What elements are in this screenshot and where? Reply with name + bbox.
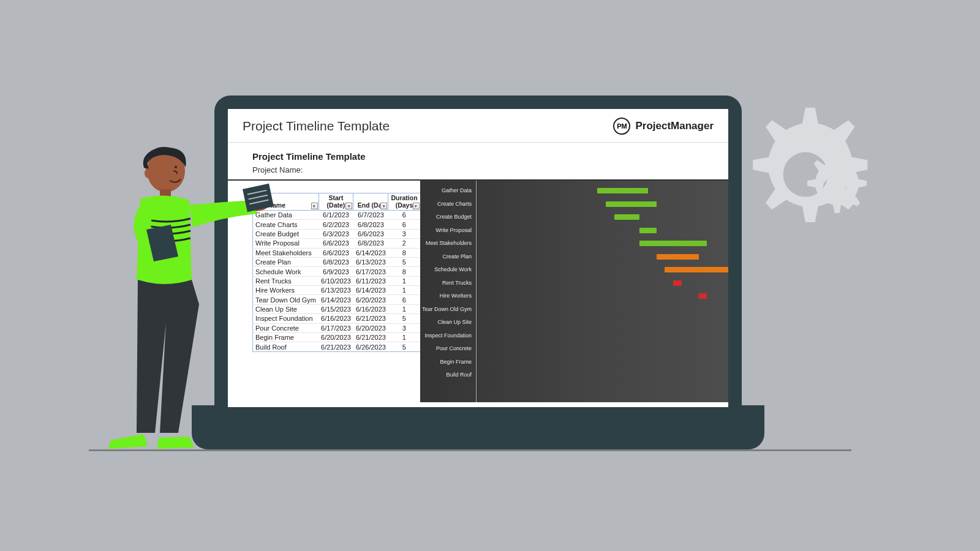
gantt-row-label: Inspect Foundation <box>420 333 474 339</box>
cell-start: 6/1/2023 <box>318 211 353 220</box>
cell-end: 6/6/2023 <box>353 229 388 238</box>
gantt-bar[interactable] <box>639 228 657 233</box>
col-end-date[interactable]: End (Dat ▾ <box>353 193 388 211</box>
document-header: Project Timeline Template PM ProjectMana… <box>228 109 728 143</box>
gantt-row: Tear Down Old Gym <box>420 303 728 316</box>
cell-duration: 6 <box>388 211 420 220</box>
cell-end: 6/20/2023 <box>353 295 388 304</box>
svg-point-1 <box>145 168 152 178</box>
cell-start: 6/21/2023 <box>318 342 353 351</box>
cell-duration: 6 <box>388 220 420 229</box>
cell-duration: 8 <box>388 248 420 257</box>
chevron-down-icon[interactable]: ▾ <box>311 203 318 209</box>
gantt-row: Write Proposal <box>420 224 728 237</box>
brand-name: ProjectManager <box>635 120 714 132</box>
gantt-bar[interactable] <box>699 293 707 299</box>
gantt-row: Pour Concrete <box>420 342 728 355</box>
gantt-row: Begin Frame <box>420 356 728 369</box>
cell-end: 6/8/2023 <box>353 220 388 229</box>
col-duration[interactable]: Duration(Days ▾ <box>388 193 420 211</box>
cell-start: 6/3/2023 <box>318 229 353 238</box>
gantt-bar[interactable] <box>614 214 639 220</box>
gantt-bar[interactable] <box>673 280 682 286</box>
gantt-row-label: Begin Frame <box>420 359 474 365</box>
gantt-row: Schedule Work <box>420 263 728 276</box>
cell-start: 6/15/2023 <box>318 304 353 313</box>
cell-duration: 1 <box>388 304 420 313</box>
gantt-bar[interactable] <box>639 241 707 246</box>
person-illustration <box>106 146 281 451</box>
cell-start: 6/2/2023 <box>318 220 353 229</box>
gantt-bar[interactable] <box>606 201 657 207</box>
cell-end: 6/11/2023 <box>353 276 388 285</box>
gantt-row: Build Roof <box>420 369 728 381</box>
svg-point-2 <box>175 166 177 168</box>
gantt-row-label: Tear Down Old Gym <box>420 307 474 312</box>
col-start-date[interactable]: Start(Date) ▾ <box>318 193 353 211</box>
gantt-row: Gather Data <box>420 184 728 197</box>
cell-duration: 5 <box>388 314 420 323</box>
cell-end: 6/17/2023 <box>353 267 388 276</box>
cell-end: 6/8/2023 <box>353 239 388 248</box>
cell-start: 6/10/2023 <box>318 276 353 285</box>
cell-duration: 6 <box>388 295 420 304</box>
gantt-row-label: Write Proposal <box>420 228 474 233</box>
gantt-row: Create Plan <box>420 250 728 263</box>
gantt-row-label: Schedule Work <box>420 267 474 272</box>
cell-end: 6/20/2023 <box>353 323 388 332</box>
cell-end: 6/21/2023 <box>353 314 388 323</box>
cell-duration: 1 <box>388 286 420 295</box>
cell-end: 6/7/2023 <box>353 211 388 220</box>
cell-end: 6/14/2023 <box>353 286 388 295</box>
cell-start: 6/16/2023 <box>318 314 353 323</box>
gantt-row-label: Hire Workers <box>420 293 474 299</box>
gantt-row-label: Pour Concrete <box>420 346 474 351</box>
gantt-row: Rent Trucks <box>420 277 728 290</box>
cell-start: 6/14/2023 <box>318 295 353 304</box>
cell-start: 6/8/2023 <box>318 257 353 266</box>
brand-logo-icon: PM <box>613 118 630 135</box>
gantt-row-label: Create Plan <box>420 254 474 260</box>
gantt-row: Create Charts <box>420 198 728 211</box>
cell-end: 6/14/2023 <box>353 248 388 257</box>
chevron-down-icon[interactable]: ▾ <box>413 203 420 209</box>
chevron-down-icon[interactable]: ▾ <box>345 203 352 209</box>
gantt-row-label: Rent Trucks <box>420 280 474 286</box>
gantt-bar[interactable] <box>597 188 648 193</box>
brand: PM ProjectManager <box>613 118 714 135</box>
document-body: ask Name ▾ Start(Date) ▾ End (Dat ▾ <box>228 181 728 402</box>
spreadsheet-document: Project Timeline Template PM ProjectMana… <box>228 109 728 407</box>
gantt-row-label: Meet Stakeholders <box>420 241 474 246</box>
gantt-row-label: Gather Data <box>420 188 474 193</box>
cell-duration: 3 <box>388 323 420 332</box>
gantt-row: Create Budget <box>420 211 728 223</box>
gantt-row-label: Create Charts <box>420 201 474 207</box>
gantt-chart: Gather DataCreate ChartsCreate BudgetWri… <box>420 181 728 402</box>
cell-end: 6/13/2023 <box>353 257 388 266</box>
cell-duration: 3 <box>388 229 420 238</box>
gantt-row: Meet Stakeholders <box>420 237 728 250</box>
cell-start: 6/13/2023 <box>318 286 353 295</box>
cell-duration: 5 <box>388 342 420 351</box>
gantt-row-label: Build Roof <box>420 372 474 378</box>
gantt-bar[interactable] <box>657 254 699 260</box>
cell-duration: 1 <box>388 276 420 285</box>
cell-start: 6/6/2023 <box>318 239 353 248</box>
gantt-row: Inspect Foundation <box>420 329 728 342</box>
laptop-screen: Project Timeline Template PM ProjectMana… <box>214 96 742 421</box>
cell-end: 6/26/2023 <box>353 342 388 351</box>
cell-duration: 8 <box>388 267 420 276</box>
gantt-row: Clean Up Site <box>420 316 728 329</box>
gear-icon <box>793 147 876 230</box>
cell-duration: 2 <box>388 239 420 248</box>
template-heading: Project Timeline Template <box>252 151 704 162</box>
chevron-down-icon[interactable]: ▾ <box>380 203 387 209</box>
cell-start: 6/20/2023 <box>318 332 353 342</box>
cell-duration: 1 <box>388 332 420 342</box>
col-label: Start(Date) <box>327 194 345 209</box>
gantt-row-label: Clean Up Site <box>420 320 474 325</box>
cell-end: 6/16/2023 <box>353 304 388 313</box>
document-title: Project Timeline Template <box>243 119 390 133</box>
gantt-bar[interactable] <box>665 267 728 272</box>
cell-start: 6/6/2023 <box>318 248 353 257</box>
